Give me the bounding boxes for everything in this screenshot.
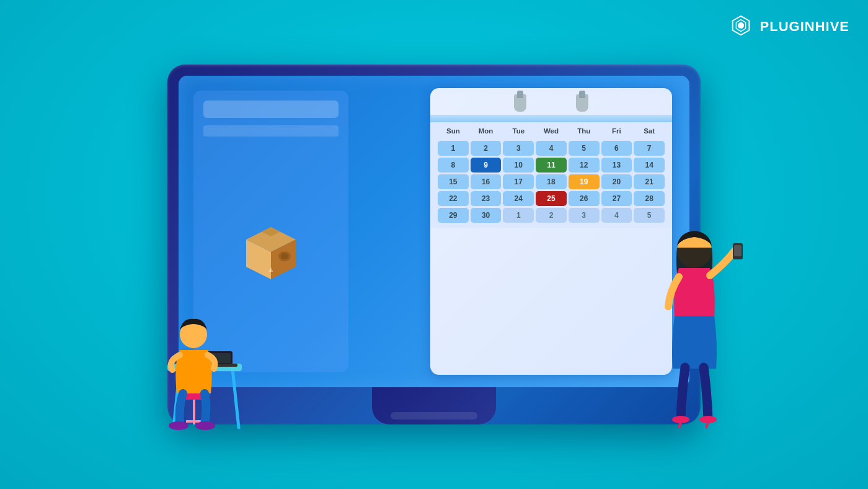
svg-line-11	[232, 369, 239, 428]
calendar-cell[interactable]: 5	[569, 141, 600, 156]
calendar-cell[interactable]: 19	[569, 174, 600, 189]
calendar-row: 22232425262728	[438, 191, 665, 206]
calendar-days-header: SunMonTueWedThuFriSat	[430, 122, 672, 138]
svg-point-9	[281, 253, 288, 259]
calendar-cell[interactable]: 1	[438, 141, 469, 156]
logo: PLUGINHIVE	[728, 14, 849, 40]
calendar-header	[430, 115, 672, 122]
monitor-container: ▲ SunMonTueWedThuFriSat	[167, 65, 701, 424]
calendar-body: 1234567891011121314151617181920212223242…	[430, 138, 672, 228]
svg-text:▲: ▲	[267, 265, 275, 274]
monitor-stand	[372, 387, 496, 424]
calendar-ring-right	[576, 94, 588, 112]
person-sitting	[124, 244, 260, 431]
calendar-cell[interactable]: 4	[601, 208, 632, 223]
calendar-cell[interactable]: 2	[536, 208, 567, 223]
calendar-cell[interactable]: 13	[601, 158, 632, 173]
calendar-cell[interactable]: 29	[438, 208, 469, 223]
calendar-cell[interactable]: 12	[569, 158, 600, 173]
calendar-row: 1234567	[438, 141, 665, 156]
calendar-day-label: Fri	[601, 126, 632, 136]
calendar-day-label: Wed	[536, 126, 567, 136]
calendar-cell[interactable]: 8	[438, 158, 469, 173]
svg-point-20	[169, 421, 188, 430]
calendar-cell[interactable]: 21	[634, 174, 665, 189]
calendar-cell[interactable]: 30	[471, 208, 502, 223]
calendar-cell[interactable]: 4	[536, 141, 567, 156]
calendar-row: 293012345	[438, 208, 665, 223]
calendar-ring-left	[514, 94, 526, 112]
panel-header-bar	[203, 101, 339, 118]
calendar-day-label: Thu	[569, 126, 600, 136]
calendar-cell[interactable]: 10	[503, 158, 534, 173]
calendar-cell[interactable]: 9	[471, 158, 502, 173]
calendar-cell[interactable]: 22	[438, 191, 469, 206]
panel-sub-bar	[203, 125, 339, 137]
calendar-cell[interactable]: 6	[601, 141, 632, 156]
person-standing	[639, 220, 750, 431]
calendar-cell[interactable]: 24	[503, 191, 534, 206]
svg-rect-24	[734, 245, 742, 256]
calendar-day-label: Sun	[438, 126, 469, 136]
svg-point-21	[195, 421, 215, 430]
calendar-cell[interactable]: 1	[503, 208, 534, 223]
calendar-cell[interactable]: 11	[536, 158, 567, 173]
calendar-cell[interactable]: 16	[471, 174, 502, 189]
calendar-rings	[430, 88, 672, 115]
calendar-cell[interactable]: 20	[601, 174, 632, 189]
calendar-widget: SunMonTueWedThuFriSat 123456789101112131…	[430, 88, 672, 375]
calendar-day-label: Mon	[471, 126, 502, 136]
hexagon-logo-icon	[728, 14, 754, 40]
calendar-day-label: Tue	[503, 126, 534, 136]
calendar-cell[interactable]: 27	[601, 191, 632, 206]
calendar-row: 891011121314	[438, 158, 665, 173]
logo-text: PLUGINHIVE	[760, 19, 849, 35]
calendar-cell[interactable]: 17	[503, 174, 534, 189]
calendar-day-label: Sat	[634, 126, 665, 136]
svg-point-2	[738, 23, 743, 28]
calendar-cell[interactable]: 7	[634, 141, 665, 156]
calendar-cell[interactable]: 26	[569, 191, 600, 206]
calendar-cell[interactable]: 2	[471, 141, 502, 156]
calendar-cell[interactable]: 15	[438, 174, 469, 189]
calendar-cell[interactable]: 3	[503, 141, 534, 156]
calendar-cell[interactable]: 28	[634, 191, 665, 206]
calendar-cell[interactable]: 18	[536, 174, 567, 189]
calendar-cell[interactable]: 14	[634, 158, 665, 173]
calendar-row: 15161718192021	[438, 174, 665, 189]
calendar-cell[interactable]: 23	[471, 191, 502, 206]
calendar-cell[interactable]: 3	[569, 208, 600, 223]
calendar-cell[interactable]: 25	[536, 191, 567, 206]
